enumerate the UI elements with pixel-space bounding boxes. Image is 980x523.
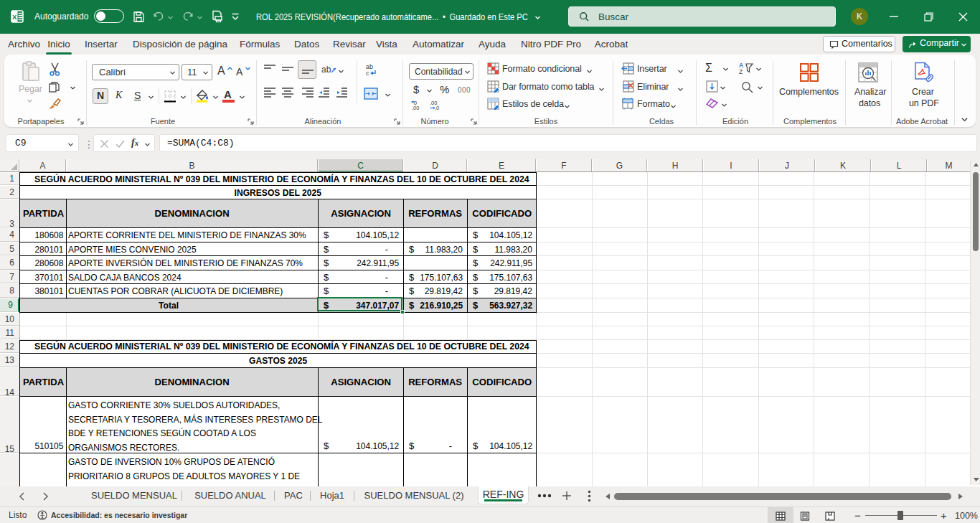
svg-text:,0: ,0 xyxy=(435,105,439,110)
svg-text:Z: Z xyxy=(739,68,743,75)
svg-text:c: c xyxy=(366,70,369,77)
svg-text:ab: ab xyxy=(321,65,331,75)
svg-text:,00: ,00 xyxy=(412,105,419,110)
svg-text:X: X xyxy=(12,13,17,21)
